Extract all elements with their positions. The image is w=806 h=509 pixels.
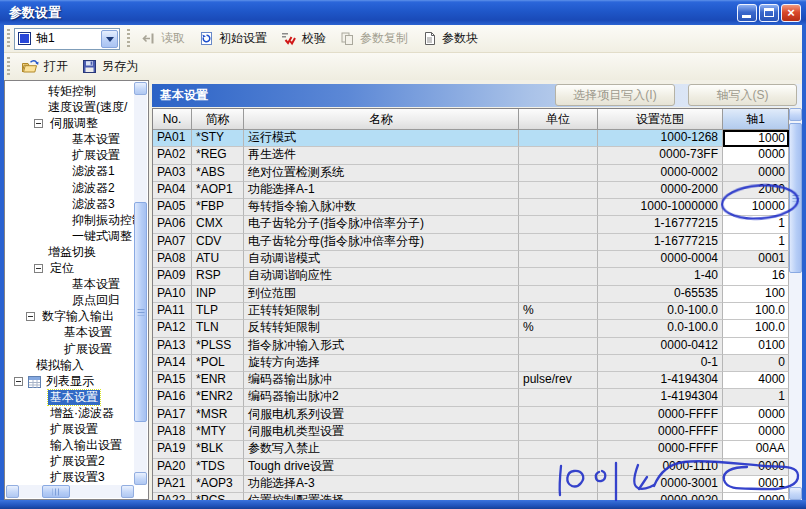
cell-abbr[interactable]: *STY <box>192 130 244 147</box>
table-row-PA12[interactable]: PA12TLN反转转矩限制%0.0-100.0100.0 <box>153 320 789 337</box>
maximize-button[interactable] <box>759 4 779 22</box>
read-button[interactable]: 读取 <box>134 27 192 51</box>
cell-unit[interactable] <box>519 216 598 233</box>
table-row-PA07[interactable]: PA07CDV电子齿轮分母(指令脉冲倍率分母)1-167772151 <box>153 234 789 251</box>
tree-item-扩展设置[interactable]: 扩展设置 <box>6 422 134 438</box>
cell-range[interactable]: 0000-0004 <box>598 251 723 268</box>
cell-name[interactable]: 位置控制配置选择 <box>244 493 519 500</box>
cell-abbr[interactable]: *MSR <box>192 407 244 424</box>
cell-no[interactable]: PA16 <box>153 389 192 406</box>
cell-name[interactable]: 参数写入禁止 <box>244 441 519 458</box>
scroll-down-button[interactable] <box>789 487 802 500</box>
cell-no[interactable]: PA21 <box>153 476 192 493</box>
cell-range[interactable]: 0000-FFFF <box>598 441 723 458</box>
table-row-PA04[interactable]: PA04*AOP1功能选择A-10000-20002000 <box>153 182 789 199</box>
table-row-PA13[interactable]: PA13*PLSS指令脉冲输入形式0000-04120100 <box>153 338 789 355</box>
cell-value[interactable]: 0000 <box>723 424 789 441</box>
cell-unit[interactable] <box>519 493 598 500</box>
cell-value[interactable]: 0000 <box>723 147 789 164</box>
cell-unit[interactable] <box>519 355 598 372</box>
tree-expander-icon[interactable] <box>34 119 43 128</box>
tree-item-滤波器2[interactable]: 滤波器2 <box>6 181 134 197</box>
tree-item-基本设置[interactable]: 基本设置 <box>6 325 134 341</box>
table-row-PA02[interactable]: PA02*REG再生选件0000-73FF0000 <box>153 147 789 164</box>
tree-item-一键式调整[interactable]: 一键式调整 <box>6 229 134 245</box>
table-row-PA18[interactable]: PA18*MTY伺服电机类型设置0000-FFFF0000 <box>153 424 789 441</box>
cell-value[interactable]: 4000 <box>723 372 789 389</box>
table-row-PA21[interactable]: PA21*AOP3功能选择A-30000-30010001 <box>153 476 789 493</box>
cell-value[interactable]: 10000 <box>723 199 789 216</box>
cell-name[interactable]: 编码器输出脉冲2 <box>244 389 519 406</box>
table-vertical-scrollbar[interactable] <box>789 108 802 500</box>
table-row-PA11[interactable]: PA11TLP正转转矩限制%0.0-100.0100.0 <box>153 303 789 320</box>
cell-unit[interactable] <box>519 251 598 268</box>
tree-item-扩展设置[interactable]: 扩展设置 <box>6 148 134 164</box>
cell-no[interactable]: PA06 <box>153 216 192 233</box>
cell-unit[interactable] <box>519 286 598 303</box>
cell-range[interactable]: 0.0-100.0 <box>598 303 723 320</box>
cell-no[interactable]: PA13 <box>153 338 192 355</box>
cell-name[interactable]: 再生选件 <box>244 147 519 164</box>
scroll-right-button[interactable] <box>121 485 134 498</box>
cell-abbr[interactable]: *BLK <box>192 441 244 458</box>
table-row-PA22[interactable]: PA22*PCS位置控制配置选择0000-00200000 <box>153 493 789 500</box>
close-button[interactable]: × <box>781 4 801 22</box>
cell-unit[interactable] <box>519 147 598 164</box>
tree-expander-icon[interactable] <box>34 264 43 273</box>
tree-item-基本设置[interactable]: 基本设置 <box>6 390 134 406</box>
table-row-PA20[interactable]: PA20*TDSTough drive设置0000-11100000 <box>153 459 789 476</box>
tree-item-滤波器1[interactable]: 滤波器1 <box>6 164 134 180</box>
tree-item-抑制振动控制[interactable]: 抑制振动控制 <box>6 213 134 229</box>
cell-no[interactable]: PA20 <box>153 459 192 476</box>
scroll-up-button[interactable] <box>789 108 802 121</box>
tree-item-转矩控制[interactable]: 转矩控制 <box>6 84 134 100</box>
cell-abbr[interactable]: INP <box>192 286 244 303</box>
table-row-PA15[interactable]: PA15*ENR编码器输出脉冲pulse/rev1-41943044000 <box>153 372 789 389</box>
table-row-PA17[interactable]: PA17*MSR伺服电机系列设置0000-FFFF0000 <box>153 407 789 424</box>
cell-value[interactable]: 100.0 <box>723 320 789 337</box>
cell-no[interactable]: PA18 <box>153 424 192 441</box>
cell-abbr[interactable]: *AOP1 <box>192 182 244 199</box>
cell-name[interactable]: 正转转矩限制 <box>244 303 519 320</box>
cell-unit[interactable]: % <box>519 303 598 320</box>
cell-unit[interactable] <box>519 338 598 355</box>
tree-item-基本设置[interactable]: 基本设置 <box>6 277 134 293</box>
cell-no[interactable]: PA11 <box>153 303 192 320</box>
cell-name[interactable]: 电子齿轮分母(指令脉冲倍率分母) <box>244 234 519 251</box>
cell-range[interactable]: 0000-3001 <box>598 476 723 493</box>
cell-value[interactable]: 1 <box>723 216 789 233</box>
cell-abbr[interactable]: RSP <box>192 268 244 285</box>
cell-no[interactable]: PA15 <box>153 372 192 389</box>
cell-unit[interactable] <box>519 389 598 406</box>
cell-abbr[interactable]: *ABS <box>192 165 244 182</box>
tree-item-速度设置(速度/[interactable]: 速度设置(速度/ <box>6 100 134 116</box>
cell-no[interactable]: PA09 <box>153 268 192 285</box>
cell-unit[interactable] <box>519 199 598 216</box>
save-as-button[interactable]: 另存为 <box>75 55 145 79</box>
cell-abbr[interactable]: CMX <box>192 216 244 233</box>
cell-range[interactable]: 0000-0002 <box>598 165 723 182</box>
tree-scrollbar-thumb[interactable] <box>134 202 147 422</box>
tree-item-增益·滤波器[interactable]: 增益·滤波器 <box>6 406 134 422</box>
cell-value[interactable]: 2000 <box>723 182 789 199</box>
cell-no[interactable]: PA05 <box>153 199 192 216</box>
cell-unit[interactable] <box>519 130 598 147</box>
table-row-PA06[interactable]: PA06CMX电子齿轮分子(指令脉冲倍率分子)1-167772151 <box>153 216 789 233</box>
cell-abbr[interactable]: *ENR2 <box>192 389 244 406</box>
tree-item-定位[interactable]: 定位 <box>6 261 134 277</box>
toolbar-grip[interactable] <box>6 29 11 49</box>
tree-item-数字输入输出[interactable]: 数字输入输出 <box>6 309 134 325</box>
cell-abbr[interactable]: *PCS <box>192 493 244 500</box>
cell-abbr[interactable]: TLN <box>192 320 244 337</box>
cell-unit[interactable] <box>519 268 598 285</box>
cell-no[interactable]: PA07 <box>153 234 192 251</box>
tree-item-基本设置[interactable]: 基本设置 <box>6 132 134 148</box>
cell-value[interactable]: 1000 <box>723 130 789 147</box>
cell-no[interactable]: PA08 <box>153 251 192 268</box>
tree-expander-icon[interactable] <box>26 312 35 321</box>
scroll-left-button[interactable] <box>6 485 19 498</box>
cell-unit[interactable] <box>519 234 598 251</box>
cell-abbr[interactable]: CDV <box>192 234 244 251</box>
cell-name[interactable]: Tough drive设置 <box>244 459 519 476</box>
cell-value[interactable]: 1 <box>723 234 789 251</box>
